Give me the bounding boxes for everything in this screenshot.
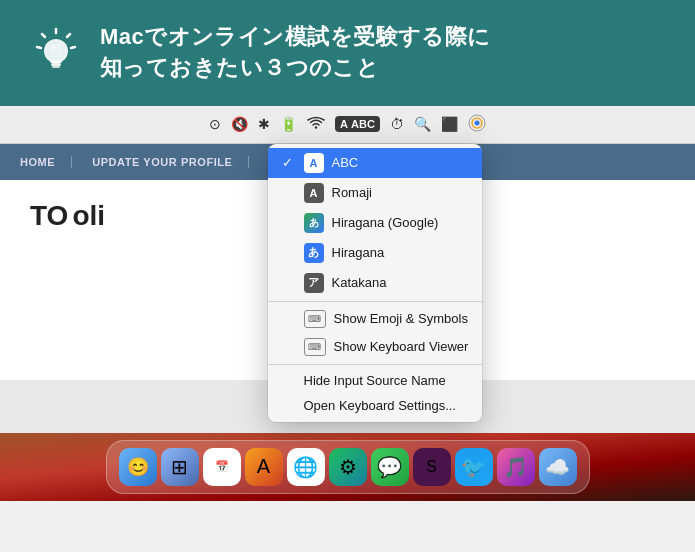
page-title: TO [30,200,68,232]
page-subtitle: oli [72,200,105,232]
nav-home[interactable]: HOME [20,156,72,168]
svg-rect-8 [52,66,60,68]
dock-area: 😊 ⊞ 📅 A 🌐 ⚙ 💬 S 🐦 🎵 ☁️ [0,433,695,501]
svg-point-10 [50,45,56,51]
header-title-line1: Macでオンライン模試を受験する際に [100,22,491,53]
dropdown-item-keyboard-viewer[interactable]: ⌨ Show Keyboard Viewer [268,333,483,361]
dropdown-item-abc[interactable]: ✓ A ABC [268,148,483,178]
dock-icon-app2[interactable]: ⚙ [329,448,367,486]
dropdown-item-katakana[interactable]: ア Katakana [268,268,483,298]
checkmark-abc: ✓ [282,155,296,170]
dock-icon-music[interactable]: 🎵 [497,448,535,486]
dock-icon-icloud[interactable]: ☁️ [539,448,577,486]
dock-icon-launchpad[interactable]: ⊞ [161,448,199,486]
dock-icon-slack[interactable]: S [413,448,451,486]
dock-icon-messages[interactable]: 💬 [371,448,409,486]
abc-icon: A [304,153,324,173]
hide-input-source-label: Hide Input Source Name [304,373,446,388]
keyboard-viewer-icon: ⌨ [304,338,326,356]
input-source-indicator[interactable]: A ABC [335,116,380,132]
dock-icon-twitter[interactable]: 🐦 [455,448,493,486]
wifi-icon [307,116,325,133]
dock-icon-chrome[interactable]: 🌐 [287,448,325,486]
keyboard-settings-label: Open Keyboard Settings... [304,398,456,413]
header-banner: Macでオンライン模試を受験する際に 知っておきたい３つのこと [0,0,695,106]
dock-icon-app[interactable]: A [245,448,283,486]
svg-rect-7 [51,63,61,66]
dropdown-item-hide-input-source[interactable]: Hide Input Source Name [268,368,483,393]
hiragana-google-icon: あ [304,213,324,233]
svg-line-3 [42,34,45,37]
divider-2 [268,364,483,365]
katakana-label: Katakana [332,275,387,290]
menubar-icons: ⊙ 🔇 ✱ 🔋 A ABC ⏱ 🔍 ⬛ [12,114,683,135]
creative-cloud-icon: ⊙ [209,116,221,132]
dropdown-item-hiragana-google[interactable]: あ Hiragana (Google) [268,208,483,238]
abc-item-label: ABC [332,155,359,170]
emoji-label: Show Emoji & Symbols [334,311,468,326]
dropdown-item-emoji[interactable]: ⌨ Show Emoji & Symbols [268,305,483,333]
cast-icon: ⬛ [441,116,458,132]
romaji-item-label: Romaji [332,185,372,200]
header-title-line2: 知っておきたい３つのこと [100,53,491,84]
battery-icon: 🔋 [280,116,297,132]
menubar: ⊙ 🔇 ✱ 🔋 A ABC ⏱ 🔍 ⬛ [0,106,695,144]
svg-point-13 [474,120,479,125]
dropdown-item-keyboard-settings[interactable]: Open Keyboard Settings... [268,393,483,418]
screenshot-area: ⊙ 🔇 ✱ 🔋 A ABC ⏱ 🔍 ⬛ [0,106,695,501]
romaji-icon: A [304,183,324,203]
hiragana-icon: あ [304,243,324,263]
mute-icon: 🔇 [231,116,248,132]
svg-line-1 [67,34,70,37]
clock-icon: ⏱ [390,116,404,132]
svg-line-2 [71,47,75,48]
dock-icon-calendar[interactable]: 📅 [203,448,241,486]
emoji-kbd-icon: ⌨ [304,310,326,328]
search-icon: 🔍 [414,116,431,132]
hiragana-google-label: Hiragana (Google) [332,215,439,230]
abc-label: ABC [351,118,375,130]
divider-1 [268,301,483,302]
siri-icon [468,114,486,135]
svg-line-4 [37,47,41,48]
dropdown-item-romaji[interactable]: A Romaji [268,178,483,208]
bulb-icon [30,27,82,79]
katakana-icon: ア [304,273,324,293]
dock-bar: 😊 ⊞ 📅 A 🌐 ⚙ 💬 S 🐦 🎵 ☁️ [106,440,590,494]
bluetooth-icon: ✱ [258,116,270,132]
header-title: Macでオンライン模試を受験する際に 知っておきたい３つのこと [100,22,491,84]
svg-rect-6 [50,60,62,63]
keyboard-viewer-label: Show Keyboard Viewer [334,339,469,354]
hiragana-label: Hiragana [332,245,385,260]
dock-icon-finder[interactable]: 😊 [119,448,157,486]
nav-update-profile[interactable]: UPDATE YOUR PROFILE [92,156,249,168]
dropdown-item-hiragana[interactable]: あ Hiragana [268,238,483,268]
input-source-dropdown: ✓ A ABC A Romaji あ Hiragana (Google) あ H… [268,144,483,422]
